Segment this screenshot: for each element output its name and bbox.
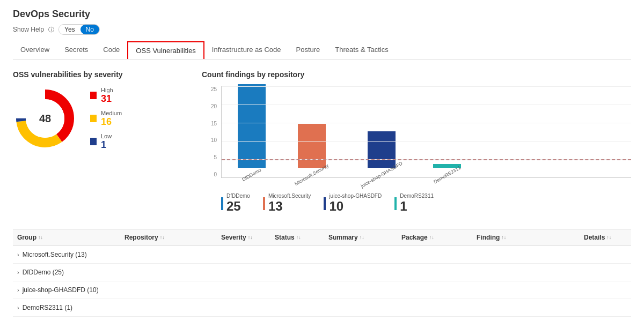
col-package-sort[interactable]: ↑↓ <box>429 235 434 240</box>
grid-line-25 <box>222 86 631 87</box>
col-severity-sort[interactable]: ↑↓ <box>248 235 253 240</box>
bar-chart-title: Count findings by repository <box>202 70 631 79</box>
legend-low-color <box>90 138 97 145</box>
row-label-3: DemoRS2311 (1) <box>23 304 72 311</box>
col-details-label: Details <box>584 234 605 241</box>
col-details-sort[interactable]: ↑↓ <box>606 235 611 240</box>
chart-legend-demors2311-info: DemoRS2311 1 <box>400 193 434 214</box>
show-help-label: Show Help <box>13 26 44 33</box>
chart-legend-demors2311-bar <box>394 197 397 210</box>
col-status-sort[interactable]: ↑↓ <box>296 235 301 240</box>
grid-line-20 <box>222 105 631 105</box>
tab-code[interactable]: Code <box>96 41 127 59</box>
col-summary: Summary ↑↓ <box>328 234 401 241</box>
nav-tabs: Overview Secrets Code OSS Vulnerabilitie… <box>13 41 631 59</box>
toggle-no[interactable]: No <box>80 25 99 34</box>
chart-legend-demors2311-label: DemoRS2311 <box>400 193 434 199</box>
legend-high-label: High <box>101 87 113 93</box>
chart-legend-microsoft-bar <box>263 197 265 210</box>
dashed-avg-line <box>222 159 631 160</box>
legend-high: High 31 <box>90 87 122 105</box>
tab-iac[interactable]: Infrastructure as Code <box>204 41 289 59</box>
col-group: Group ↑↓ <box>17 234 125 241</box>
chart-wrapper: 0 5 10 15 20 25 <box>202 86 631 178</box>
row-chevron-0: › <box>17 251 19 258</box>
col-group-sort[interactable]: ↑↓ <box>38 235 43 240</box>
legend-low-count: 1 <box>101 139 112 151</box>
toggle-yes[interactable]: Yes <box>59 25 80 34</box>
legend-low-label: Low <box>101 133 112 139</box>
grid-line-10 <box>222 141 631 142</box>
chart-legend-juice-shop-label: juice-shop-GHASDFD <box>329 193 382 199</box>
col-repository-label: Repository <box>125 234 158 241</box>
page-container: DevOps Security Show Help ⓘ Yes No Overv… <box>0 0 644 325</box>
tab-posture[interactable]: Posture <box>288 41 327 59</box>
legend-medium-label: Medium <box>101 110 122 116</box>
donut-area: 48 High 31 Medium 16 <box>13 86 185 151</box>
donut-legend: High 31 Medium 16 Low <box>90 87 122 151</box>
chart-legend-dfddemo: DfDDemo 25 <box>221 193 250 214</box>
col-severity: Severity ↑↓ <box>221 234 275 241</box>
table-row[interactable]: › Microsoft.Security (13) <box>13 246 631 264</box>
y-label-25: 25 <box>202 86 217 92</box>
toggle-group: Yes No <box>58 24 100 35</box>
chart-legend-dfddemo-count: 25 <box>226 199 250 214</box>
col-package-label: Package <box>401 234 428 241</box>
tab-oss-vulnerabilities[interactable]: OSS Vulnerabilities <box>127 41 204 59</box>
row-chevron-3: › <box>17 304 19 311</box>
table-header: Group ↑↓ Repository ↑↓ Severity ↑↓ Statu… <box>13 229 631 246</box>
col-status: Status ↑↓ <box>275 234 328 241</box>
y-label-5: 5 <box>202 154 217 160</box>
col-finding-label: Finding <box>477 234 500 241</box>
col-summary-label: Summary <box>328 234 358 241</box>
show-help-row: Show Help ⓘ Yes No <box>13 24 631 35</box>
col-finding: Finding ↑↓ <box>477 234 584 241</box>
legend-medium-color <box>90 115 97 122</box>
legend-high-info: High 31 <box>101 87 113 105</box>
legend-medium-count: 16 <box>101 116 122 128</box>
help-icon[interactable]: ⓘ <box>48 26 54 34</box>
chart-legend-microsoft: Microsoft.Security 13 <box>263 193 311 214</box>
tab-threats[interactable]: Threats & Tactics <box>327 41 396 59</box>
y-label-15: 15 <box>202 121 217 126</box>
chart-area: DfDDemo Microsoft.Security juice-shop-GH… <box>221 86 631 178</box>
donut-total: 48 <box>39 113 51 125</box>
table-row[interactable]: › DfDDemo (25) <box>13 264 631 281</box>
chart-legend-juice-shop: juice-shop-GHASDFD 10 <box>324 193 382 214</box>
grid-line-15 <box>222 123 631 123</box>
chart-legend-demors2311: DemoRS2311 1 <box>394 193 434 214</box>
page-title: DevOps Security <box>13 9 631 20</box>
tab-overview[interactable]: Overview <box>13 41 57 59</box>
row-chevron-1: › <box>17 269 19 276</box>
y-label-0: 0 <box>202 172 217 177</box>
table-row[interactable]: › DemoRS2311 (1) <box>13 299 631 317</box>
legend-low-info: Low 1 <box>101 133 112 151</box>
chart-legend-juice-shop-count: 10 <box>329 199 382 214</box>
row-label-0: Microsoft.Security (13) <box>23 251 87 258</box>
y-label-20: 20 <box>202 103 217 109</box>
chart-legend-microsoft-info: Microsoft.Security 13 <box>268 193 311 214</box>
table-row[interactable]: › juice-shop-GHASDFD (10) <box>13 281 631 299</box>
col-summary-sort[interactable]: ↑↓ <box>360 235 364 240</box>
row-chevron-2: › <box>17 287 19 293</box>
bar-chart-panel: Count findings by repository 0 5 10 15 2… <box>202 70 631 214</box>
legend-medium: Medium 16 <box>90 110 122 128</box>
col-repository-sort[interactable]: ↑↓ <box>160 235 165 240</box>
col-finding-sort[interactable]: ↑↓ <box>501 235 506 240</box>
legend-low: Low 1 <box>90 133 122 151</box>
row-label-2: juice-shop-GHASDFD (10) <box>23 286 99 294</box>
tab-secrets[interactable]: Secrets <box>57 41 96 59</box>
donut-panel: OSS vulnerabilities by severity 48 <box>13 70 185 214</box>
chart-legend-juice-shop-bar <box>324 197 326 210</box>
chart-legend: DfDDemo 25 Microsoft.Security 13 juice-s… <box>202 193 631 214</box>
chart-legend-dfddemo-bar <box>221 197 223 210</box>
col-group-label: Group <box>17 234 36 241</box>
chart-legend-juice-shop-info: juice-shop-GHASDFD 10 <box>329 193 382 214</box>
legend-high-count: 31 <box>101 93 113 105</box>
col-severity-label: Severity <box>221 234 246 241</box>
y-axis: 0 5 10 15 20 25 <box>202 86 219 177</box>
chart-legend-demors2311-count: 1 <box>400 199 434 214</box>
col-status-label: Status <box>275 234 295 241</box>
chart-legend-dfddemo-label: DfDDemo <box>226 193 250 199</box>
col-details: Details ↑↓ <box>584 234 627 241</box>
